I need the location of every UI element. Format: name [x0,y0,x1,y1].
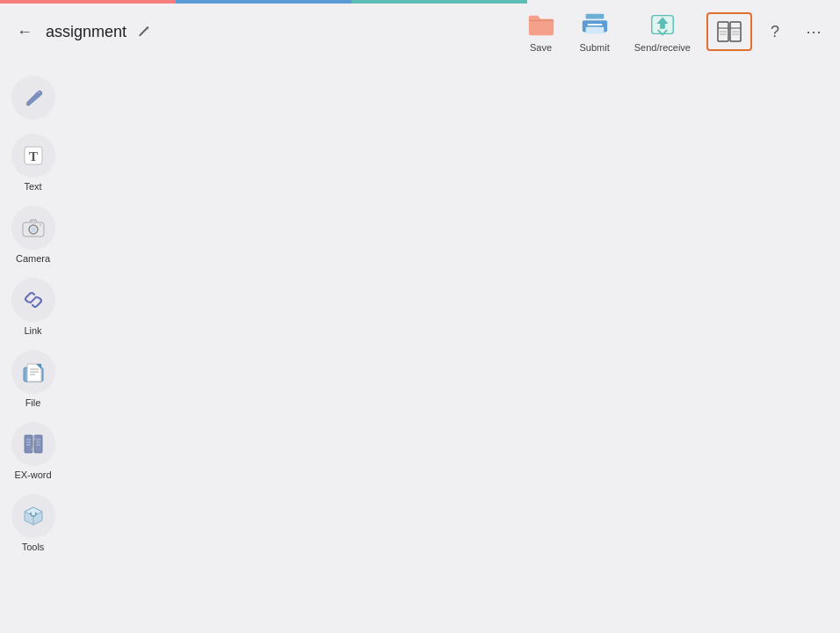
text-label: Text [24,181,41,192]
svg-point-40 [35,513,37,514]
sidebar: T Text Camera Link [0,60,66,633]
send-receive-icon [648,11,677,39]
save-icon [527,11,555,39]
sidebar-item-ex-word[interactable]: EX-word [4,415,63,487]
more-button[interactable]: ⋯ [798,16,829,47]
help-icon: ? [771,23,779,41]
sidebar-item-file[interactable]: File [4,343,63,415]
pencil-icon [137,25,151,39]
svg-point-19 [31,227,36,232]
svg-rect-2 [587,24,602,25]
more-icon: ⋯ [806,22,822,41]
sidebar-item-camera[interactable]: Camera [4,199,63,271]
edit-title-button[interactable] [134,21,155,42]
submit-button[interactable]: Submit [571,7,619,56]
main-content [66,60,840,633]
exword-icon [11,422,55,466]
camera-icon [11,206,55,250]
page-title: assignment [46,23,127,41]
text-icon: T [11,134,55,178]
link-icon [11,278,55,322]
ex-word-label: EX-word [14,469,51,480]
back-button[interactable]: ← [11,18,39,46]
sidebar-item-text[interactable]: T Text [4,127,63,199]
svg-rect-0 [585,14,604,19]
tools-label: Tools [22,542,45,552]
link-label: Link [24,325,41,336]
sidebar-item-pen[interactable] [4,69,63,127]
sidebar-item-tools[interactable]: Tools [4,487,63,559]
send-receive-label: Send/receive [634,42,691,53]
send-receive-button[interactable]: Send/receive [626,7,699,56]
pen-icon [11,76,55,120]
save-button[interactable]: Save [518,7,564,56]
submit-icon [581,11,609,39]
tools-icon [11,494,55,538]
svg-line-21 [31,297,36,302]
layout-view-icon [715,18,743,46]
header: ← assignment Save [0,4,840,60]
camera-label: Camera [16,253,50,264]
layout-view-button[interactable] [706,12,752,51]
svg-text:T: T [28,149,37,164]
back-arrow-icon: ← [17,23,33,41]
file-label: File [25,397,41,408]
header-left: ← assignment [11,18,518,46]
svg-point-20 [39,224,41,227]
sidebar-item-link[interactable]: Link [4,271,63,343]
svg-rect-4 [585,27,604,34]
header-right: Save Submit [518,7,829,56]
svg-point-39 [30,513,32,514]
submit-label: Submit [580,42,610,53]
file-icon [11,350,55,394]
help-button[interactable]: ? [759,16,791,47]
save-label: Save [530,42,552,53]
